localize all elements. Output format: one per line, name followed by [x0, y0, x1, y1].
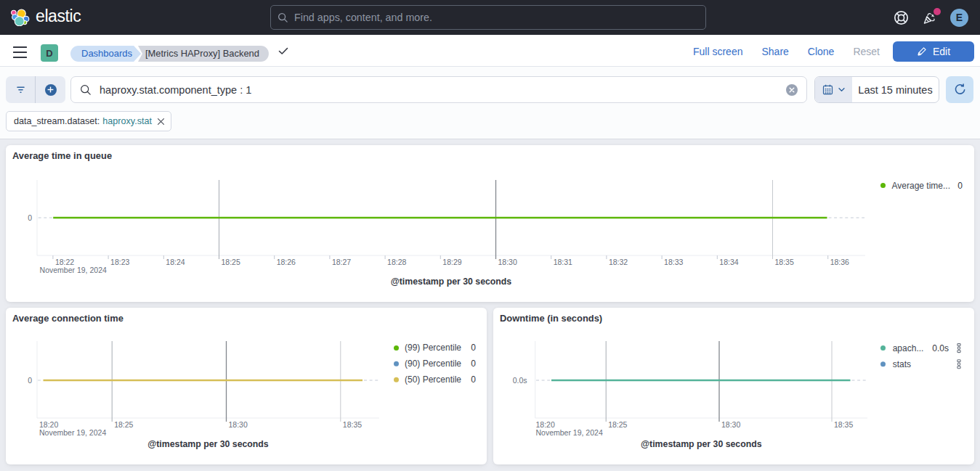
- panel-average-time-in-queue: Average time in queue 18:2218:2318:2418:…: [6, 145, 974, 302]
- legend-label: stats: [893, 359, 911, 369]
- dashboard-actions: Full screen Share Clone Reset Edit: [693, 36, 974, 67]
- breadcrumb-check-button[interactable]: [278, 45, 289, 60]
- breadcrumb-current: [Metrics HAProxy] Backend: [138, 46, 269, 62]
- x-axis-date-label: November 19, 2024: [39, 428, 106, 437]
- legend-dot: [394, 377, 399, 382]
- x-axis-date-label: November 19, 2024: [40, 266, 107, 274]
- chart-average-time-in-queue: 18:2218:2318:2418:2518:2618:2718:2818:29…: [6, 145, 974, 302]
- chart-average-connection-time: 18:2018:2518:3018:35November 19, 20240@t…: [6, 308, 487, 464]
- time-range-value[interactable]: Last 15 minutes: [852, 77, 939, 102]
- news-feed-button[interactable]: [921, 9, 939, 26]
- remove-filter-button[interactable]: [157, 118, 165, 126]
- search-icon: [278, 12, 288, 23]
- legend-value: 0: [471, 343, 476, 353]
- elastic-logo[interactable]: elastic: [11, 9, 81, 26]
- x-tick-label: 18:31: [554, 258, 572, 266]
- legend-item[interactable]: (99) Percentile0: [394, 343, 476, 353]
- help-button[interactable]: [892, 9, 910, 26]
- edit-button[interactable]: Edit: [893, 41, 974, 62]
- space-badge[interactable]: D: [41, 44, 58, 62]
- x-axis-title: @timestamp per 30 seconds: [641, 439, 762, 449]
- legend-dot: [880, 345, 886, 351]
- legend-menu-dot: [957, 347, 960, 350]
- x-tick-label: 18:35: [834, 420, 853, 429]
- space-initial: D: [46, 48, 52, 59]
- check-icon: [278, 45, 289, 57]
- search-icon: [80, 84, 92, 96]
- elastic-logo-icon: [11, 9, 30, 26]
- notification-dot: [934, 8, 941, 15]
- kql-query-input[interactable]: haproxy.stat.component_type : 1: [70, 76, 807, 103]
- breadcrumb-label: Dashboards: [81, 48, 132, 59]
- close-icon: [789, 87, 795, 93]
- full-screen-button[interactable]: Full screen: [693, 46, 742, 57]
- refresh-icon: [954, 83, 966, 96]
- x-axis-title: @timestamp per 30 seconds: [391, 277, 512, 287]
- user-avatar[interactable]: E: [950, 9, 968, 27]
- legend-dot: [880, 361, 886, 366]
- help-icon: [894, 10, 909, 25]
- y-tick-label: 0: [28, 213, 32, 222]
- breadcrumb-label: [Metrics HAProxy] Backend: [145, 48, 259, 59]
- global-header: elastic Find apps, content, and more.: [0, 0, 980, 35]
- legend-value: 0: [957, 181, 963, 191]
- x-axis-title: @timestamp per 30 seconds: [147, 439, 269, 449]
- panel-average-connection-time: Average connection time 18:2018:2518:301…: [6, 308, 487, 464]
- refresh-button[interactable]: [946, 76, 973, 103]
- x-tick-label: 18:34: [719, 258, 738, 266]
- legend-item[interactable]: (90) Percentile0: [394, 359, 476, 369]
- logo-wordmark: elastic: [36, 7, 81, 26]
- legend-value: 0.0s: [932, 343, 949, 353]
- date-picker-menu-button[interactable]: [815, 77, 852, 102]
- menu-bar: [13, 57, 27, 58]
- global-search-placeholder: Find apps, content, and more.: [294, 12, 432, 23]
- query-bar: haproxy.stat.component_type : 1: [0, 67, 980, 139]
- legend-item[interactable]: Average time...0: [880, 181, 963, 191]
- x-tick-label: 18:30: [498, 258, 517, 266]
- header-action-icons: E: [892, 0, 968, 35]
- legend-menu-box: [957, 360, 960, 362]
- x-tick-label: 18:36: [830, 258, 849, 266]
- breadcrumb-dashboards[interactable]: Dashboards: [70, 46, 141, 62]
- pencil-icon: [917, 46, 927, 57]
- legend-item[interactable]: (50) Percentile0: [394, 374, 476, 385]
- filter-pill-datastream[interactable]: data_stream.dataset: haproxy.stat: [6, 111, 171, 131]
- legend-dot: [394, 361, 399, 366]
- add-filter-button[interactable]: [36, 76, 65, 103]
- menu-bar: [13, 46, 27, 48]
- menu-bar: [13, 52, 27, 53]
- legend-item[interactable]: apach...0.0s: [880, 343, 960, 353]
- legend-menu-icon[interactable]: [957, 360, 960, 369]
- legend-menu-dot: [957, 363, 960, 366]
- filter-pill-value: haproxy.stat: [102, 116, 152, 126]
- x-tick-label: 18:29: [442, 258, 461, 266]
- dashboard-top-nav: D Dashboards [Metrics HAProxy] Backend F…: [0, 35, 980, 67]
- filter-controls-group: [6, 76, 65, 103]
- query-text: haproxy.stat.component_type : 1: [100, 84, 786, 96]
- clear-query-button[interactable]: [786, 84, 798, 96]
- x-tick-label: 18:25: [222, 258, 240, 266]
- x-tick-label: 18:35: [343, 420, 362, 429]
- filter-menu-button[interactable]: [6, 76, 36, 103]
- x-tick-label: 18:32: [609, 258, 628, 266]
- legend-label: Average time...: [892, 181, 950, 191]
- legend-menu-box: [957, 351, 960, 353]
- legend-dot: [880, 183, 886, 188]
- x-tick-label: 18:23: [110, 258, 129, 266]
- x-tick-label: 18:30: [229, 420, 248, 429]
- menu-button[interactable]: [13, 46, 27, 58]
- legend-item[interactable]: stats: [880, 359, 960, 369]
- close-icon: [157, 118, 165, 126]
- clone-button[interactable]: Clone: [808, 46, 835, 57]
- x-tick-label: 18:33: [664, 258, 683, 266]
- time-range-label: Last 15 minutes: [858, 84, 932, 96]
- global-search-input[interactable]: Find apps, content, and more.: [270, 5, 706, 30]
- legend-menu-icon[interactable]: [957, 344, 960, 353]
- legend-label: apach...: [893, 343, 924, 353]
- avatar-initial: E: [956, 12, 963, 23]
- date-picker: Last 15 minutes: [814, 76, 939, 103]
- reset-button[interactable]: Reset: [853, 46, 880, 57]
- filter-icon: [16, 86, 25, 94]
- share-button[interactable]: Share: [761, 46, 788, 57]
- x-tick-label: 18:25: [608, 420, 627, 429]
